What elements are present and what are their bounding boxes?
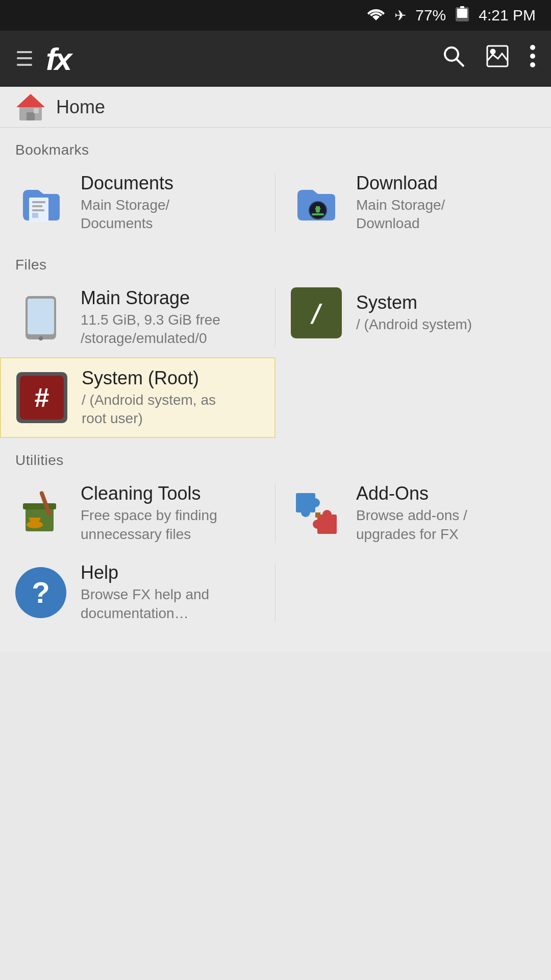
svg-rect-17 bbox=[32, 209, 44, 211]
system-text: System / (Android system) bbox=[356, 292, 536, 334]
main-storage-subtitle: 11.5 GiB, 9.3 GiB free/storage/emulated/… bbox=[81, 311, 260, 348]
hamburger-icon[interactable]: ☰ bbox=[15, 47, 34, 70]
svg-point-33 bbox=[311, 498, 320, 507]
system-title: System bbox=[356, 292, 536, 313]
download-text: Download Main Storage/Download bbox=[356, 173, 536, 233]
svg-rect-16 bbox=[32, 205, 42, 207]
addons-icon bbox=[291, 488, 342, 539]
documents-subtitle: Main Storage/Documents bbox=[81, 196, 260, 233]
search-icon[interactable] bbox=[442, 44, 465, 73]
battery-text: 77% bbox=[415, 7, 446, 24]
files-col-1: Main Storage 11.5 GiB, 9.3 GiB free/stor… bbox=[0, 278, 276, 357]
addons-subtitle: Browse add-ons /upgrades for FX bbox=[356, 506, 536, 544]
cleaning-tools-text: Cleaning Tools Free space by findingunne… bbox=[81, 483, 260, 544]
utilities-row-1: Cleaning Tools Free space by findingunne… bbox=[0, 474, 551, 553]
documents-title: Documents bbox=[81, 173, 260, 194]
documents-item[interactable]: Documents Main Storage/Documents bbox=[0, 163, 276, 242]
documents-icon bbox=[15, 177, 66, 228]
svg-rect-22 bbox=[316, 206, 320, 212]
main-storage-title: Main Storage bbox=[81, 287, 260, 309]
svg-line-4 bbox=[456, 59, 464, 66]
bookmarks-col-2: Download Main Storage/Download bbox=[276, 163, 551, 242]
help-text: Help Browse FX help anddocumentation… bbox=[81, 562, 260, 623]
help-subtitle: Browse FX help anddocumentation… bbox=[81, 585, 260, 623]
image-icon[interactable] bbox=[486, 44, 509, 73]
download-title: Download bbox=[356, 173, 536, 194]
system-root-title: System (Root) bbox=[82, 368, 259, 389]
svg-point-6 bbox=[491, 50, 495, 54]
system-root-item[interactable]: # System (Root) / (Android system, asroo… bbox=[0, 357, 276, 438]
cleaning-tools-icon bbox=[15, 488, 66, 539]
files-col-2: / System / (Android system) bbox=[276, 278, 551, 357]
svg-point-36 bbox=[313, 520, 322, 529]
terminal-icon: / bbox=[291, 287, 342, 338]
wifi-icon bbox=[367, 6, 385, 25]
cleaning-tools-item[interactable]: Cleaning Tools Free space by findingunne… bbox=[0, 474, 276, 553]
download-icon bbox=[291, 177, 342, 228]
utilities-col-1: Cleaning Tools Free space by findingunne… bbox=[0, 474, 276, 553]
addons-text: Add-Ons Browse add-ons /upgrades for FX bbox=[356, 483, 536, 544]
utilities-header: Utilities bbox=[0, 438, 551, 474]
system-subtitle: / (Android system) bbox=[356, 315, 536, 334]
addons-item[interactable]: Add-Ons Browse add-ons /upgrades for FX bbox=[276, 474, 551, 553]
main-storage-icon bbox=[15, 292, 66, 343]
svg-point-8 bbox=[530, 54, 535, 59]
main-storage-text: Main Storage 11.5 GiB, 9.3 GiB free/stor… bbox=[81, 287, 260, 348]
svg-point-26 bbox=[39, 336, 43, 340]
bookmarks-row: Documents Main Storage/Documents bbox=[0, 163, 551, 242]
documents-text: Documents Main Storage/Documents bbox=[81, 173, 260, 233]
files-header: Files bbox=[0, 242, 551, 278]
svg-rect-2 bbox=[460, 6, 464, 8]
cleaning-tools-title: Cleaning Tools bbox=[81, 483, 260, 504]
status-bar: ✈ 77% 4:21 PM bbox=[0, 0, 551, 31]
breadcrumb-label: Home bbox=[56, 96, 105, 118]
app-bar: ☰ fx bbox=[0, 31, 551, 87]
help-circle: ? bbox=[15, 567, 66, 618]
time-text: 4:21 PM bbox=[479, 7, 536, 24]
cleaning-tools-subtitle: Free space by findingunnecessary files bbox=[81, 506, 260, 544]
airplane-icon: ✈ bbox=[394, 7, 406, 24]
svg-rect-18 bbox=[32, 213, 38, 218]
svg-rect-12 bbox=[27, 112, 35, 120]
system-icon: / bbox=[291, 287, 342, 338]
svg-point-37 bbox=[322, 510, 332, 519]
svg-rect-15 bbox=[32, 201, 45, 203]
bookmarks-col-1: Documents Main Storage/Documents bbox=[0, 163, 276, 242]
system-root-icon: # bbox=[16, 372, 67, 423]
svg-rect-38 bbox=[315, 512, 320, 518]
addons-title: Add-Ons bbox=[356, 483, 536, 504]
svg-rect-1 bbox=[457, 9, 467, 18]
app-logo: fx bbox=[46, 41, 432, 77]
system-root-text: System (Root) / (Android system, asroot … bbox=[82, 368, 259, 428]
svg-marker-11 bbox=[16, 94, 45, 107]
svg-point-9 bbox=[530, 62, 535, 67]
svg-rect-28 bbox=[23, 503, 56, 509]
help-item[interactable]: ? Help Browse FX help anddocumentation… bbox=[0, 553, 276, 632]
files-row-1: Main Storage 11.5 GiB, 9.3 GiB free/stor… bbox=[0, 278, 551, 357]
main-storage-item[interactable]: Main Storage 11.5 GiB, 9.3 GiB free/stor… bbox=[0, 278, 276, 357]
download-item[interactable]: Download Main Storage/Download bbox=[276, 163, 551, 242]
content-area: Bookmarks bbox=[0, 128, 551, 652]
svg-rect-13 bbox=[34, 108, 39, 113]
utilities-col-3: ? Help Browse FX help anddocumentation… bbox=[0, 553, 276, 632]
help-icon: ? bbox=[15, 567, 66, 618]
svg-point-7 bbox=[530, 45, 535, 50]
svg-rect-25 bbox=[28, 299, 54, 334]
home-icon bbox=[15, 92, 46, 122]
help-title: Help bbox=[81, 562, 260, 583]
files-col-3: # System (Root) / (Android system, asroo… bbox=[0, 357, 276, 438]
utilities-col-2: Add-Ons Browse add-ons /upgrades for FX bbox=[276, 474, 551, 553]
system-root-subtitle: / (Android system, asroot user) bbox=[82, 391, 259, 428]
files-row-2: # System (Root) / (Android system, asroo… bbox=[0, 357, 551, 438]
utilities-row-2: ? Help Browse FX help anddocumentation… bbox=[0, 553, 551, 632]
breadcrumb: Home bbox=[0, 87, 551, 128]
system-item[interactable]: / System / (Android system) bbox=[276, 278, 551, 348]
battery-icon bbox=[455, 6, 469, 26]
download-subtitle: Main Storage/Download bbox=[356, 196, 536, 233]
svg-point-34 bbox=[301, 508, 310, 517]
bookmarks-header: Bookmarks bbox=[0, 128, 551, 163]
more-menu-icon[interactable] bbox=[530, 44, 536, 73]
